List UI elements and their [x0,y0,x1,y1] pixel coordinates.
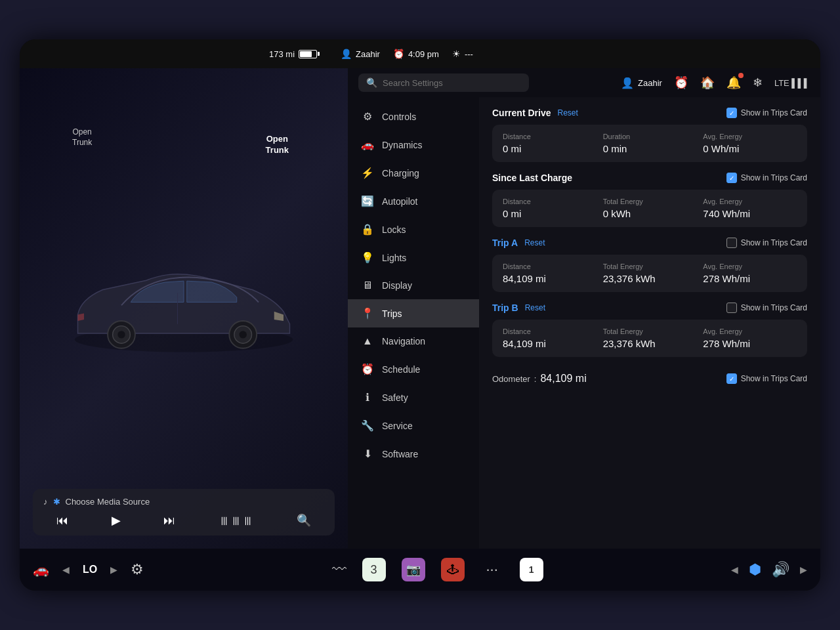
since-charge-distance: Distance 0 mi [503,198,597,219]
status-bar: 173 mi 👤 Zaahir ⏰ 4:09 pm ☀ --- [20,39,820,68]
taskbar-car-icon[interactable]: 🚗 [33,562,49,578]
taskbar-calendar2-app[interactable]: 1 [520,558,543,581]
safety-icon: ℹ [361,391,374,404]
top-home-icon[interactable]: 🏠 [700,75,715,90]
odometer-checkbox[interactable] [726,373,737,384]
equalizer-button[interactable]: ⫼⫼⫼ [219,514,254,528]
taskbar-chevron-right-icon[interactable]: ▶ [800,564,807,575]
top-snowflake-icon[interactable]: ❄ [753,75,763,90]
taskbar-fan-icon[interactable]: ⚙ [131,561,144,578]
media-player: ♪ ✱ Choose Media Source ⏮ ▶ ⏭ ⫼⫼⫼ 🔍 [33,489,335,536]
trip-a-reset-button[interactable]: Reset [524,238,545,247]
trip-a-stats: Distance 84,109 mi Total Energy 23,376 k… [492,255,807,292]
service-icon: 🔧 [361,419,374,432]
since-last-charge-title: Since Last Charge [492,173,572,183]
current-drive-distance: Distance 0 mi [503,133,597,154]
open-frunk-label[interactable]: Open Trunk [72,127,92,148]
odometer-show-trips[interactable]: Show in Trips Card [726,373,807,384]
sidebar-item-display[interactable]: 🖥 Display [348,272,479,299]
trips-icon: 📍 [361,307,374,320]
sidebar-item-controls[interactable]: ⚙ Controls [348,102,479,131]
top-bell-icon[interactable]: 🔔 [726,75,741,90]
svg-point-6 [240,331,247,338]
play-pause-button[interactable]: ▶ [112,513,121,528]
trip-a-avg-energy: Avg. Energy 278 Wh/mi [703,262,797,284]
sidebar-item-trips[interactable]: 📍 Trips [348,299,479,327]
user-icon: 👤 [341,49,352,59]
sidebar-item-locks[interactable]: 🔒 Locks [348,215,479,243]
next-track-button[interactable]: ⏭ [163,514,175,528]
odometer-value: 84,109 mi [540,373,586,385]
trip-a-show-trips[interactable]: Show in Trips Card [726,238,807,248]
trip-b-reset-button[interactable]: Reset [525,303,545,312]
svg-point-3 [117,331,125,338]
taskbar-bluetooth-icon[interactable]: ⬢ [749,561,761,578]
odometer-label: Odometer [492,374,530,384]
sidebar-item-lights[interactable]: 💡 Lights [348,243,479,272]
trip-a-title: Trip A [492,238,518,248]
sidebar-item-service[interactable]: 🔧 Service [348,411,479,440]
joystick-icon: 🕹 [447,563,459,577]
status-user: 👤 Zaahir [341,49,380,59]
temp-decrease-button[interactable]: ◀ [62,564,70,575]
sidebar-item-safety[interactable]: ℹ Safety [348,383,479,411]
navigation-icon: ▲ [361,335,374,347]
current-drive-show-trips[interactable]: Show in Trips Card [726,108,807,118]
top-user-item[interactable]: 👤 Zaahir [621,77,662,89]
odometer-colon: : [534,374,537,384]
sidebar-item-dynamics[interactable]: 🚗 Dynamics [348,131,479,159]
temperature-display: LO [83,564,97,576]
settings-sidebar: ⚙ Controls 🚗 Dynamics ⚡ Charging 🔄 Autop… [348,97,479,549]
trip-a-checkbox[interactable] [726,238,737,248]
prev-track-button[interactable]: ⏮ [56,514,68,528]
camera-icon: 📷 [406,562,421,577]
sidebar-item-autopilot[interactable]: 🔄 Autopilot [348,187,479,215]
taskbar-chevron-left-icon[interactable]: ◀ [731,564,738,575]
trip-b-distance: Distance 84,109 mi [503,327,597,349]
since-charge-avg-energy: Avg. Energy 740 Wh/mi [703,198,797,219]
trip-b-title: Trip B [492,303,518,313]
trip-b-show-trips[interactable]: Show in Trips Card [726,303,807,313]
current-drive-reset-button[interactable]: Reset [557,108,578,117]
sun-icon: ☀ [452,49,461,59]
charging-icon: ⚡ [361,167,374,179]
top-user-icon: 👤 [621,77,634,89]
taskbar-more-button[interactable]: ··· [480,558,504,581]
taskbar-calendar-app[interactable]: 3 [362,558,386,581]
current-drive-duration: Duration 0 min [603,133,697,154]
search-input[interactable] [383,78,521,88]
sidebar-item-navigation[interactable]: ▲ Navigation [348,327,479,355]
trip-b-stats: Distance 84,109 mi Total Energy 23,376 k… [492,320,807,357]
lights-icon: 💡 [361,251,374,264]
temp-increase-button[interactable]: ▶ [110,564,117,575]
search-box[interactable]: 🔍 [358,74,529,92]
current-drive-section: Current Drive Reset Show in Trips Card D… [492,108,807,162]
since-charge-total-energy: Total Energy 0 kWh [603,198,697,219]
search-bar-area: 🔍 👤 Zaahir ⏰ 🏠 🔔 ❄ LTE ▌▌▌ [348,68,820,97]
sidebar-item-charging[interactable]: ⚡ Charging [348,159,479,187]
open-trunk-label[interactable]: Open Trunk [266,134,289,156]
current-drive-checkbox[interactable] [726,108,737,118]
more-dots-icon: ··· [486,561,497,578]
media-source-label: ♪ ✱ Choose Media Source [43,497,324,507]
search-media-button[interactable]: 🔍 [297,513,311,528]
search-icon: 🔍 [366,77,377,88]
taskbar-camera-app[interactable]: 📷 [402,558,425,581]
taskbar-volume-icon[interactable]: 🔊 [772,561,789,578]
since-last-charge-section: Since Last Charge Show in Trips Card Dis… [492,173,807,227]
settings-panel: 🔍 👤 Zaahir ⏰ 🏠 🔔 ❄ LTE ▌▌▌ [348,68,820,549]
sidebar-item-schedule[interactable]: ⏰ Schedule [348,355,479,383]
trip-b-checkbox[interactable] [726,303,737,313]
taskbar-joystick-app[interactable]: 🕹 [441,558,465,581]
sidebar-item-software[interactable]: ⬇ Software [348,440,479,468]
trips-content: Current Drive Reset Show in Trips Card D… [479,97,820,549]
taskbar-wipers-icon[interactable]: 〰 [332,561,346,578]
current-drive-stats: Distance 0 mi Duration 0 min Avg. Energy… [492,125,807,162]
top-alarm-icon[interactable]: ⏰ [674,75,688,90]
battery-icon [299,50,317,58]
since-last-charge-checkbox[interactable] [726,173,737,183]
current-drive-avg-energy: Avg. Energy 0 Wh/mi [703,133,797,154]
trip-b-total-energy: Total Energy 23,376 kWh [603,327,697,349]
status-weather: ☀ --- [452,49,473,59]
since-last-charge-show-trips[interactable]: Show in Trips Card [726,173,807,183]
